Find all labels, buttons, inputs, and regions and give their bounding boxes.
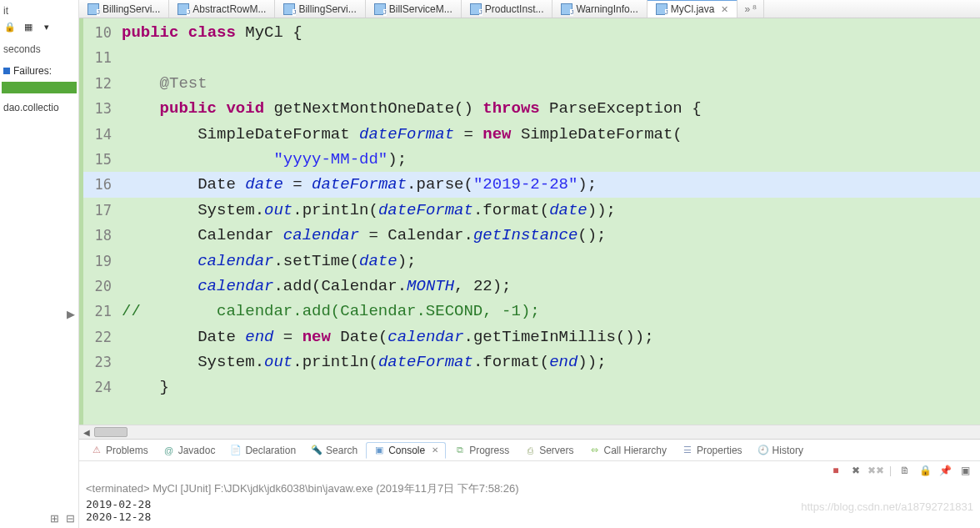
scroll-left-icon[interactable]: ◀	[79, 425, 93, 440]
pin-console-icon[interactable]: 📌	[938, 464, 952, 477]
test-progress-bar	[2, 82, 77, 93]
code-line[interactable]: // calendar.add(Calendar.SECOND, -1);	[117, 299, 980, 324]
line-number[interactable]: 18	[83, 223, 117, 248]
clear-console-icon[interactable]: 🗎	[898, 464, 912, 477]
line-number[interactable]: 24	[83, 375, 117, 400]
watermark: https://blog.csdn.net/a18792721831	[801, 500, 973, 513]
editor-tab-label: BillingServi...	[298, 3, 356, 15]
editor-horizontal-scrollbar[interactable]: ◀	[79, 425, 980, 439]
code-line[interactable]: public void getNextMonthOneDate() throws…	[117, 96, 980, 121]
editor-tab[interactable]: WarningInfo...	[552, 0, 647, 18]
menu-icon[interactable]: ▾	[40, 20, 53, 33]
editor-tab[interactable]: BillingServi...	[275, 0, 365, 18]
lock-icon[interactable]: 🔒	[3, 20, 17, 33]
bottom-tab-call-hierarchy[interactable]: ⇔Call Hierarchy	[582, 443, 673, 458]
display-selected-icon[interactable]: ▣	[958, 464, 972, 477]
bottom-tab-declaration[interactable]: 📄Declaration	[223, 443, 302, 458]
bottom-tab-history[interactable]: 🕘History	[751, 443, 810, 458]
line-number[interactable]: 23	[83, 349, 117, 375]
java-file-icon	[470, 3, 482, 15]
bottom-tab-label: Javadoc	[178, 445, 216, 456]
scrollbar-thumb[interactable]	[94, 427, 128, 437]
editor-tab-label: WarningInfo...	[576, 3, 638, 15]
code-line[interactable]: System.out.println(dateFormat.format(dat…	[117, 198, 980, 223]
layout2-icon[interactable]: ⊟	[66, 512, 75, 525]
java-file-icon	[88, 3, 99, 15]
line-number[interactable]: 10	[83, 20, 117, 45]
line-number[interactable]: 22	[83, 324, 117, 349]
code-line[interactable]: calendar.setTime(date);	[117, 249, 980, 274]
line-number[interactable]: 21	[83, 299, 117, 324]
code-line[interactable]: @Test	[117, 71, 980, 96]
editor-tab[interactable]: BillServiceM...	[366, 0, 462, 18]
java-file-icon	[656, 3, 668, 15]
bottom-tab-progress[interactable]: ⧉Progress	[448, 443, 516, 458]
bottom-tab-label: Properties	[697, 445, 742, 456]
history-icon: 🕘	[758, 445, 769, 456]
line-number[interactable]: 16	[83, 172, 117, 197]
editor-tab[interactable]: MyCl.java✕	[648, 0, 738, 18]
bottom-tab-label: Servers	[539, 445, 573, 456]
code-line[interactable]: Date date = dateFormat.parse("2019-2-28"…	[117, 172, 980, 197]
code-line[interactable]: "yyyy-MM-dd");	[117, 147, 980, 172]
layout-icon[interactable]: ⊞	[50, 512, 59, 525]
editor-tab-bar: BillingServi...AbstractRowM...BillingSer…	[79, 0, 980, 18]
list-icon[interactable]: ▦	[22, 20, 35, 33]
bottom-tab-label: Call Hierarchy	[604, 445, 667, 456]
code-line[interactable]: SimpleDateFormat dateFormat = new Simple…	[117, 122, 980, 147]
close-tab-icon[interactable]: ✕	[721, 4, 728, 15]
line-number[interactable]: 20	[83, 274, 117, 299]
arrow-right-icon[interactable]: ▶	[67, 308, 75, 320]
code-line[interactable]: public class MyCl {	[117, 20, 980, 45]
line-number[interactable]: 15	[83, 147, 117, 172]
sidebar-layout-controls: ⊞ ⊟	[0, 509, 78, 528]
editor-tab-label: BillingServi...	[102, 3, 160, 15]
bottom-tab-search[interactable]: 🔦Search	[304, 443, 364, 458]
junit-view-title: it	[0, 3, 78, 18]
properties-icon: ☰	[682, 445, 693, 456]
line-number[interactable]: 19	[83, 249, 117, 274]
code-line[interactable]: System.out.println(dateFormat.format(end…	[117, 349, 980, 375]
line-number[interactable]: 14	[83, 122, 117, 147]
code-line[interactable]: Date end = new Date(calendar.getTimeInMi…	[117, 324, 980, 349]
bottom-tab-label: Search	[326, 445, 358, 456]
bottom-tab-console[interactable]: ▣Console✕	[366, 442, 446, 459]
console-icon: ▣	[373, 445, 385, 456]
bottom-tab-label: History	[772, 445, 803, 456]
servers-icon: ⎙	[524, 445, 536, 456]
bottom-tab-javadoc[interactable]: @Javadoc	[157, 443, 222, 458]
editor-tab[interactable]: BillingServi...	[79, 0, 169, 18]
code-line[interactable]: Calendar calendar = Calendar.getInstance…	[117, 223, 980, 248]
bottom-tab-properties[interactable]: ☰Properties	[675, 443, 749, 458]
stop-icon[interactable]: ■	[829, 464, 842, 477]
test-tree-item[interactable]: dao.collectio	[0, 97, 78, 118]
bottom-tab-label: Progress	[469, 445, 509, 456]
problems-icon: ⚠	[91, 445, 102, 456]
sidebar: it 🔒 ▦ ▾ seconds Failures: dao.collectio…	[0, 0, 79, 528]
editor-tab-label: ProductInst...	[485, 3, 544, 15]
line-number[interactable]: 13	[83, 96, 117, 121]
editor-area: 101112131415161718192021222324 public cl…	[79, 18, 980, 425]
line-number[interactable]: 11	[83, 45, 117, 70]
line-number[interactable]: 17	[83, 198, 117, 223]
bottom-tab-servers[interactable]: ⎙Servers	[518, 443, 580, 458]
code-line[interactable]: }	[117, 375, 980, 400]
code-line[interactable]	[117, 45, 980, 70]
close-view-icon[interactable]: ✕	[432, 445, 438, 455]
code-line[interactable]: calendar.add(Calendar.MONTH, 22);	[117, 274, 980, 299]
code-editor[interactable]: public class MyCl { @Test public void ge…	[117, 18, 980, 425]
sidebar-bottom-toolbar: ▶	[0, 304, 78, 324]
scroll-lock-icon[interactable]: 🔒	[918, 464, 932, 477]
failures-label: Failures:	[13, 65, 52, 77]
editor-tab[interactable]: AbstractRowM...	[169, 0, 275, 18]
overflow-tabs-indicator[interactable]: » ⁸	[738, 0, 764, 18]
java-file-icon	[283, 3, 295, 15]
bottom-tab-problems[interactable]: ⚠Problems	[84, 443, 155, 458]
editor-tab-label: AbstractRowM...	[192, 3, 266, 15]
remove-icon[interactable]: ✖	[849, 464, 862, 477]
line-number[interactable]: 12	[83, 71, 117, 96]
progress-icon: ⧉	[454, 445, 466, 456]
failures-row: Failures:	[0, 63, 78, 78]
editor-tab[interactable]: ProductInst...	[462, 0, 553, 18]
remove-all-icon[interactable]: ✖✖	[869, 464, 882, 477]
